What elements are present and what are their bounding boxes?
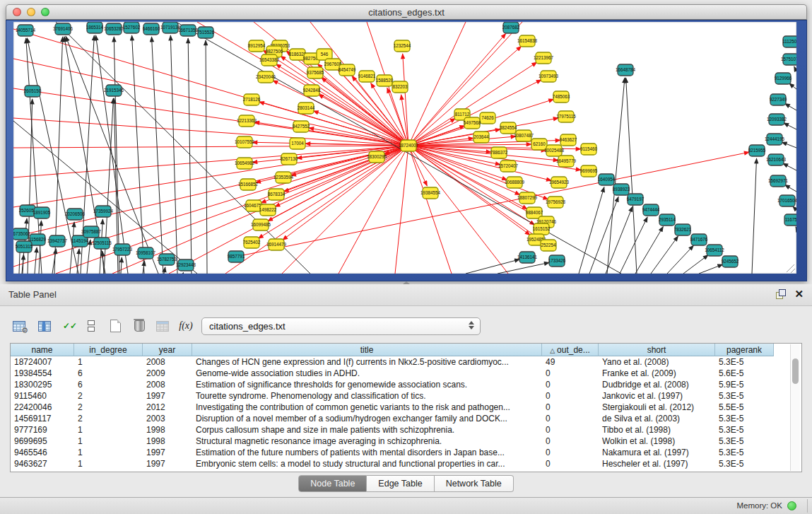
network-node[interactable]: 9115460 xyxy=(580,144,598,155)
table-column-select-button[interactable] xyxy=(35,317,54,335)
network-node[interactable]: 15692971 xyxy=(768,175,789,187)
network-node[interactable]: 12093382 xyxy=(767,114,787,125)
network-node[interactable]: 10688809 xyxy=(505,177,525,188)
network-node[interactable]: 2803144 xyxy=(298,103,315,114)
network-node[interactable]: 17016504 xyxy=(777,195,796,206)
table-row[interactable]: 1938455462009Genome-wide association stu… xyxy=(11,368,801,379)
network-node[interactable]: 16914479 xyxy=(266,239,287,250)
network-node[interactable]: 20206506 xyxy=(65,209,86,220)
network-node[interactable]: 1112504 xyxy=(782,36,796,47)
delete-table-button[interactable] xyxy=(130,317,148,335)
network-node[interactable]: 9857791 xyxy=(228,251,245,262)
import-table-button[interactable] xyxy=(153,317,172,335)
window-titlebar[interactable]: citations_edges.txt xyxy=(6,4,807,20)
network-node[interactable]: 16495779 xyxy=(556,156,577,167)
network-node[interactable]: 30975887 xyxy=(81,226,102,238)
network-node[interactable]: 10958107 xyxy=(136,247,156,259)
table-header[interactable]: namein_degreeyeartitle△out_de...shortpag… xyxy=(11,344,801,356)
table-row[interactable]: 946554611997Estimation of the future num… xyxy=(11,447,801,458)
function-builder-button[interactable]: f(x) xyxy=(177,317,195,335)
network-node[interactable]: 7625402 xyxy=(243,237,261,248)
network-canvas[interactable]: 1872400712325448912954182260539827506165… xyxy=(13,22,796,274)
network-node[interactable]: 5051315 xyxy=(16,241,33,252)
network-node[interactable]: 9242848 xyxy=(303,85,321,96)
network-node[interactable]: 8454749 xyxy=(339,64,356,76)
network-node[interactable]: 1615152 xyxy=(533,223,551,235)
select-all-rows-button[interactable]: ✓✓ xyxy=(61,317,79,335)
network-node[interactable]: 2718126 xyxy=(243,94,261,105)
tab-node-table[interactable]: Node Table xyxy=(298,475,367,492)
network-node[interactable]: 12444195 xyxy=(765,134,785,145)
network-node[interactable]: 9699695 xyxy=(580,165,598,177)
network-node[interactable]: 19654923 xyxy=(549,177,570,188)
network-node[interactable]: 18724007 xyxy=(399,140,419,151)
network-node[interactable]: 12505115 xyxy=(92,238,112,249)
network-node[interactable]: 10654982 xyxy=(235,158,255,169)
network-node[interactable]: 17359924 xyxy=(93,206,114,217)
network-node[interactable]: 116753 xyxy=(784,214,796,226)
column-header-out_de[interactable]: △out_de... xyxy=(542,344,599,356)
network-node[interactable]: 9227349 xyxy=(770,94,787,105)
row-height-button[interactable] xyxy=(82,317,100,335)
network-node[interactable]: 1733426 xyxy=(548,255,566,267)
network-node[interactable]: 15751074 xyxy=(781,54,796,65)
network-node[interactable]: 17957223 xyxy=(112,244,133,255)
table-row[interactable]: 1830029562008Estimation of significance … xyxy=(11,379,801,390)
table-row[interactable]: 1872400712008Changes of HCN gene express… xyxy=(11,356,801,368)
network-node[interactable]: 8678334 xyxy=(268,189,286,200)
network-node[interactable]: 16648784 xyxy=(616,64,636,76)
table-row[interactable]: 911546021997Tourette syndrome. Phenomeno… xyxy=(11,390,801,402)
network-node[interactable]: 14136141 xyxy=(517,252,538,263)
network-node[interactable]: 7886372 xyxy=(490,147,508,158)
column-header-title[interactable]: title xyxy=(192,344,542,356)
table-settings-button[interactable]: ⚙ xyxy=(10,317,28,335)
network-node[interactable]: 16735061 xyxy=(13,228,30,240)
network-node[interactable]: 17004 xyxy=(290,138,305,149)
column-header-pagerank[interactable]: pagerank xyxy=(715,344,774,356)
network-node[interactable]: 9463627 xyxy=(560,134,577,146)
network-node[interactable]: 7832621 xyxy=(674,224,692,235)
network-node[interactable]: 1527602 xyxy=(123,22,141,33)
column-header-year[interactable]: year xyxy=(143,344,192,356)
network-node[interactable]: 10025488 xyxy=(544,145,565,156)
table-row[interactable]: 946362711997Embryonic stem cells: a mode… xyxy=(11,458,801,469)
network-node[interactable]: 9146821 xyxy=(358,71,376,82)
table-row[interactable]: 969969511998Structural magnetic resonanc… xyxy=(11,436,801,447)
network-node[interactable]: 16543382 xyxy=(259,54,280,66)
network-node[interactable]: 16154838 xyxy=(517,35,538,47)
table-row[interactable]: 977716911998Corpus callosum shape and si… xyxy=(11,424,801,436)
panel-resize-handle-icon[interactable] xyxy=(403,281,410,284)
resize-grip-icon[interactable] xyxy=(787,264,795,273)
network-node[interactable]: 17975115 xyxy=(556,111,576,122)
network-node[interactable]: 9129966 xyxy=(775,73,792,84)
network-graph[interactable]: 1872400712325448912954182260539827506165… xyxy=(13,22,796,274)
node-table[interactable]: namein_degreeyeartitle△out_de...shortpag… xyxy=(10,343,802,472)
network-node[interactable]: 7485063 xyxy=(553,91,570,103)
column-header-name[interactable]: name xyxy=(11,344,74,356)
network-node[interactable]: 1498222 xyxy=(259,204,277,216)
tab-edge-table[interactable]: Edge Table xyxy=(367,475,434,492)
network-node[interactable]: 10654112 xyxy=(705,245,724,256)
network-node[interactable]: 23420046 xyxy=(256,71,276,83)
close-panel-icon[interactable]: ✕ xyxy=(794,289,804,299)
network-node[interactable]: 1640954 xyxy=(598,174,616,185)
network-node[interactable]: 12213363 xyxy=(237,115,257,127)
network-node[interactable]: 19756928 xyxy=(546,197,566,208)
network-node[interactable]: 8427552 xyxy=(293,121,310,132)
network-node[interactable]: 10973493 xyxy=(539,71,559,82)
network-node[interactable]: 9375685 xyxy=(307,67,324,78)
column-header-short[interactable]: short xyxy=(599,344,715,356)
network-node[interactable]: 8471676 xyxy=(690,234,708,245)
table-row[interactable]: 1456911722003Disruption of a novel membe… xyxy=(11,413,801,424)
network-node[interactable]: 16099485 xyxy=(251,219,271,230)
network-node[interactable]: 12923448 xyxy=(176,259,196,271)
network-node[interactable]: 18300295 xyxy=(367,151,387,163)
network-node[interactable]: 2605150 xyxy=(24,86,42,97)
network-node[interactable]: 19384554 xyxy=(420,187,441,199)
network-node[interactable]: 8215955 xyxy=(748,145,766,156)
network-node[interactable]: 6479197 xyxy=(627,194,645,205)
network-node[interactable]: 10107552 xyxy=(235,136,255,148)
table-row[interactable]: 2242004622012Investigating the contribut… xyxy=(11,402,801,413)
network-node[interactable]: 1232544 xyxy=(394,40,411,52)
network-node[interactable]: 8912954 xyxy=(248,40,266,52)
